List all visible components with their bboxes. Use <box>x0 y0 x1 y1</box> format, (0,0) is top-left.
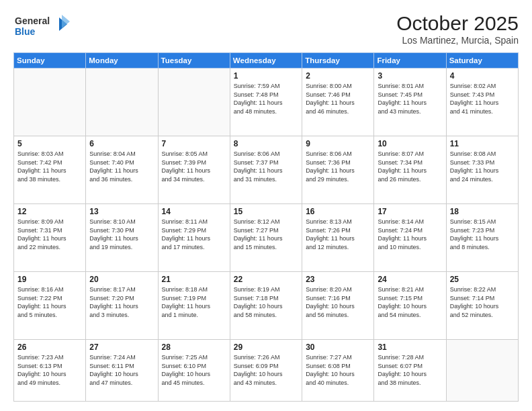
day-number: 20 <box>89 275 154 284</box>
day-number: 1 <box>234 71 298 81</box>
day-cell: 30Sunrise: 7:27 AM Sunset: 6:08 PM Dayli… <box>302 340 374 402</box>
day-number: 19 <box>17 275 82 284</box>
day-detail: Sunrise: 8:10 AM Sunset: 7:30 PM Dayligh… <box>89 218 154 251</box>
day-detail: Sunrise: 8:02 AM Sunset: 7:43 PM Dayligh… <box>450 82 515 116</box>
month-year: October 2025 <box>396 12 519 35</box>
logo-text-block: General Blue <box>13 12 74 44</box>
day-number: 7 <box>162 139 226 148</box>
title-block: October 2025 Los Martinez, Murcia, Spain <box>396 12 519 46</box>
day-cell: 10Sunrise: 8:07 AM Sunset: 7:34 PM Dayli… <box>374 136 446 204</box>
day-cell: 29Sunrise: 7:26 AM Sunset: 6:09 PM Dayli… <box>230 340 302 402</box>
day-detail: Sunrise: 7:26 AM Sunset: 6:09 PM Dayligh… <box>234 353 298 387</box>
day-cell: 18Sunrise: 8:15 AM Sunset: 7:23 PM Dayli… <box>446 204 518 272</box>
day-cell: 16Sunrise: 8:13 AM Sunset: 7:26 PM Dayli… <box>302 204 374 272</box>
day-cell: 15Sunrise: 8:12 AM Sunset: 7:27 PM Dayli… <box>230 204 302 272</box>
day-detail: Sunrise: 7:27 AM Sunset: 6:08 PM Dayligh… <box>306 353 370 387</box>
day-number: 30 <box>306 342 370 352</box>
calendar-table: Sunday Monday Tuesday Wednesday Thursday… <box>13 52 519 402</box>
day-detail: Sunrise: 8:09 AM Sunset: 7:31 PM Dayligh… <box>17 218 82 251</box>
day-detail: Sunrise: 8:06 AM Sunset: 7:37 PM Dayligh… <box>234 150 298 183</box>
day-detail: Sunrise: 8:00 AM Sunset: 7:46 PM Dayligh… <box>306 82 370 116</box>
day-detail: Sunrise: 8:08 AM Sunset: 7:33 PM Dayligh… <box>450 150 515 183</box>
day-cell: 9Sunrise: 8:06 AM Sunset: 7:36 PM Daylig… <box>302 136 374 204</box>
day-detail: Sunrise: 7:28 AM Sunset: 6:07 PM Dayligh… <box>378 353 442 387</box>
day-cell: 19Sunrise: 8:16 AM Sunset: 7:22 PM Dayli… <box>14 272 86 340</box>
day-cell <box>86 68 158 136</box>
day-number: 16 <box>306 207 370 216</box>
day-number: 23 <box>306 275 370 284</box>
day-cell: 4Sunrise: 8:02 AM Sunset: 7:43 PM Daylig… <box>446 68 518 136</box>
day-cell <box>446 340 518 402</box>
day-detail: Sunrise: 8:17 AM Sunset: 7:20 PM Dayligh… <box>89 285 154 319</box>
day-number: 11 <box>450 139 515 148</box>
day-cell: 27Sunrise: 7:24 AM Sunset: 6:11 PM Dayli… <box>86 340 158 402</box>
day-number: 3 <box>378 71 442 81</box>
day-number: 17 <box>378 207 442 216</box>
day-detail: Sunrise: 7:24 AM Sunset: 6:11 PM Dayligh… <box>89 353 154 387</box>
day-cell: 31Sunrise: 7:28 AM Sunset: 6:07 PM Dayli… <box>374 340 446 402</box>
week-row-1: 1Sunrise: 7:59 AM Sunset: 7:48 PM Daylig… <box>14 68 519 136</box>
logo-icon: General Blue <box>13 12 74 42</box>
day-number: 31 <box>378 342 442 352</box>
day-cell: 1Sunrise: 7:59 AM Sunset: 7:48 PM Daylig… <box>230 68 302 136</box>
day-detail: Sunrise: 7:23 AM Sunset: 6:13 PM Dayligh… <box>17 353 82 387</box>
day-detail: Sunrise: 7:25 AM Sunset: 6:10 PM Dayligh… <box>162 353 226 387</box>
week-row-4: 19Sunrise: 8:16 AM Sunset: 7:22 PM Dayli… <box>14 272 519 340</box>
day-detail: Sunrise: 8:18 AM Sunset: 7:19 PM Dayligh… <box>162 285 226 319</box>
day-cell: 28Sunrise: 7:25 AM Sunset: 6:10 PM Dayli… <box>158 340 230 402</box>
day-cell: 3Sunrise: 8:01 AM Sunset: 7:45 PM Daylig… <box>374 68 446 136</box>
col-saturday: Saturday <box>446 53 518 68</box>
day-detail: Sunrise: 8:12 AM Sunset: 7:27 PM Dayligh… <box>234 218 298 251</box>
day-cell: 13Sunrise: 8:10 AM Sunset: 7:30 PM Dayli… <box>86 204 158 272</box>
svg-text:Blue: Blue <box>15 26 36 37</box>
day-cell: 22Sunrise: 8:19 AM Sunset: 7:18 PM Dayli… <box>230 272 302 340</box>
day-detail: Sunrise: 8:13 AM Sunset: 7:26 PM Dayligh… <box>306 218 370 251</box>
day-detail: Sunrise: 8:16 AM Sunset: 7:22 PM Dayligh… <box>17 285 82 319</box>
day-number: 26 <box>17 342 82 352</box>
day-cell <box>14 68 86 136</box>
day-number: 22 <box>234 275 298 284</box>
col-thursday: Thursday <box>302 53 374 68</box>
day-number: 14 <box>162 207 226 216</box>
day-cell <box>158 68 230 136</box>
day-cell: 25Sunrise: 8:22 AM Sunset: 7:14 PM Dayli… <box>446 272 518 340</box>
day-number: 21 <box>162 275 226 284</box>
day-cell: 17Sunrise: 8:14 AM Sunset: 7:24 PM Dayli… <box>374 204 446 272</box>
day-detail: Sunrise: 8:11 AM Sunset: 7:29 PM Dayligh… <box>162 218 226 251</box>
day-cell: 23Sunrise: 8:20 AM Sunset: 7:16 PM Dayli… <box>302 272 374 340</box>
week-row-5: 26Sunrise: 7:23 AM Sunset: 6:13 PM Dayli… <box>14 340 519 402</box>
day-detail: Sunrise: 8:03 AM Sunset: 7:42 PM Dayligh… <box>17 150 82 183</box>
day-detail: Sunrise: 8:14 AM Sunset: 7:24 PM Dayligh… <box>378 218 442 251</box>
day-detail: Sunrise: 8:06 AM Sunset: 7:36 PM Dayligh… <box>306 150 370 183</box>
day-detail: Sunrise: 8:01 AM Sunset: 7:45 PM Dayligh… <box>378 82 442 116</box>
day-cell: 5Sunrise: 8:03 AM Sunset: 7:42 PM Daylig… <box>14 136 86 204</box>
day-detail: Sunrise: 7:59 AM Sunset: 7:48 PM Dayligh… <box>234 82 298 116</box>
day-number: 29 <box>234 342 298 352</box>
svg-marker-3 <box>62 15 70 28</box>
logo: General Blue <box>13 12 74 44</box>
day-number: 24 <box>378 275 442 284</box>
svg-text:General: General <box>15 15 50 26</box>
day-detail: Sunrise: 8:07 AM Sunset: 7:34 PM Dayligh… <box>378 150 442 183</box>
day-number: 18 <box>450 207 515 216</box>
day-cell: 26Sunrise: 7:23 AM Sunset: 6:13 PM Dayli… <box>14 340 86 402</box>
day-detail: Sunrise: 8:19 AM Sunset: 7:18 PM Dayligh… <box>234 285 298 319</box>
day-cell: 7Sunrise: 8:05 AM Sunset: 7:39 PM Daylig… <box>158 136 230 204</box>
header-row: Sunday Monday Tuesday Wednesday Thursday… <box>14 53 519 68</box>
day-cell: 20Sunrise: 8:17 AM Sunset: 7:20 PM Dayli… <box>86 272 158 340</box>
location: Los Martinez, Murcia, Spain <box>396 35 519 46</box>
day-number: 28 <box>162 342 226 352</box>
day-number: 8 <box>234 139 298 148</box>
day-detail: Sunrise: 8:15 AM Sunset: 7:23 PM Dayligh… <box>450 218 515 251</box>
day-cell: 8Sunrise: 8:06 AM Sunset: 7:37 PM Daylig… <box>230 136 302 204</box>
day-detail: Sunrise: 8:20 AM Sunset: 7:16 PM Dayligh… <box>306 285 370 319</box>
day-number: 12 <box>17 207 82 216</box>
day-detail: Sunrise: 8:22 AM Sunset: 7:14 PM Dayligh… <box>450 285 515 319</box>
header: General Blue October 2025 Los Martinez, … <box>13 12 519 46</box>
day-cell: 11Sunrise: 8:08 AM Sunset: 7:33 PM Dayli… <box>446 136 518 204</box>
day-cell: 2Sunrise: 8:00 AM Sunset: 7:46 PM Daylig… <box>302 68 374 136</box>
day-number: 10 <box>378 139 442 148</box>
day-number: 9 <box>306 139 370 148</box>
col-monday: Monday <box>86 53 158 68</box>
page: General Blue October 2025 Los Martinez, … <box>0 0 532 411</box>
